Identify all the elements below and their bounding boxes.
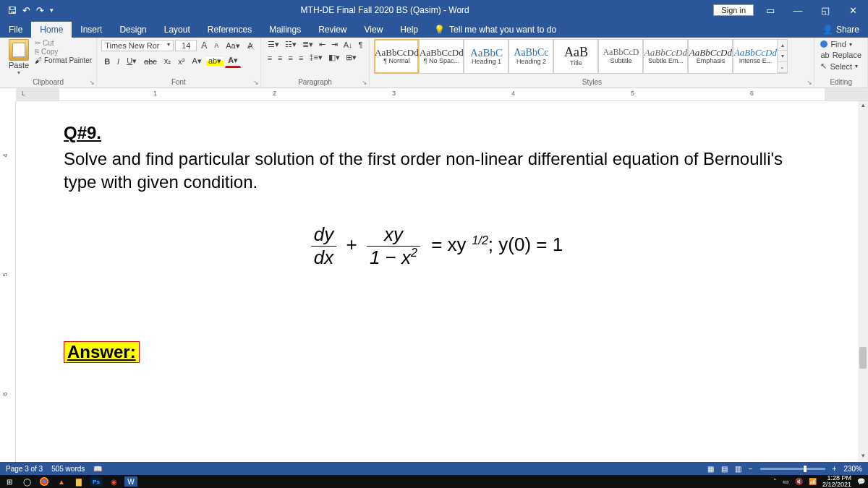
zoom-in-icon[interactable]: + bbox=[833, 465, 837, 473]
taskbar-photoshop[interactable]: Ps bbox=[90, 476, 103, 487]
volume-icon[interactable]: 🔇 bbox=[795, 478, 803, 485]
taskbar-app-2[interactable]: ◉ bbox=[107, 476, 120, 487]
qat-more-icon[interactable]: ▾ bbox=[50, 7, 54, 14]
zoom-level[interactable]: 230% bbox=[843, 465, 862, 473]
cut-button[interactable]: ✂Cut bbox=[35, 39, 92, 47]
sign-in-button[interactable]: Sign in bbox=[713, 4, 754, 16]
select-button[interactable]: ↖Select▾ bbox=[819, 61, 859, 72]
tray-chevron-icon[interactable]: ˄ bbox=[773, 478, 777, 485]
word-count[interactable]: 505 words bbox=[51, 465, 85, 473]
superscript-button[interactable]: x² bbox=[175, 56, 187, 67]
paste-button[interactable]: Paste ▾ bbox=[4, 39, 33, 76]
font-color-button[interactable]: A▾ bbox=[225, 54, 241, 68]
redo-icon[interactable]: ↷ bbox=[36, 5, 44, 16]
taskbar-explorer[interactable]: ▇ bbox=[72, 476, 85, 487]
minimize-icon[interactable]: ― bbox=[787, 5, 809, 16]
multilevel-button[interactable]: ≣▾ bbox=[300, 39, 315, 50]
styles-scroll[interactable]: ▴▾⌄ bbox=[778, 39, 788, 74]
share-button[interactable]: 👤 Share bbox=[814, 22, 868, 38]
tab-layout[interactable]: Layout bbox=[156, 22, 199, 38]
clock[interactable]: 1:28 PM 2/12/2021 bbox=[822, 475, 851, 488]
sort-button[interactable]: A↓ bbox=[341, 40, 355, 50]
scroll-up-icon[interactable]: ▴ bbox=[858, 101, 868, 111]
zoom-slider[interactable] bbox=[760, 468, 825, 470]
web-layout-icon[interactable]: ▥ bbox=[735, 465, 741, 473]
wifi-icon[interactable]: 📶 bbox=[809, 478, 817, 485]
taskbar-app-1[interactable]: ◯ bbox=[20, 476, 33, 487]
clear-format-button[interactable]: A̷ bbox=[244, 40, 256, 52]
print-layout-icon[interactable]: ▤ bbox=[721, 465, 728, 473]
strike-button[interactable]: abc bbox=[141, 56, 160, 67]
highlight-button[interactable]: ab▾ bbox=[206, 56, 224, 67]
font-launcher-icon[interactable]: ↘ bbox=[253, 79, 259, 86]
spellcheck-icon[interactable]: 📖 bbox=[93, 465, 102, 473]
shading-button[interactable]: ◧▾ bbox=[326, 52, 342, 63]
horizontal-ruler[interactable]: L 1 2 3 4 5 6 bbox=[16, 88, 868, 101]
tab-help[interactable]: Help bbox=[391, 22, 427, 38]
tab-mailings[interactable]: Mailings bbox=[260, 22, 310, 38]
italic-button[interactable]: I bbox=[114, 56, 122, 67]
ribbon-options-icon[interactable]: ▭ bbox=[760, 5, 781, 16]
copy-button[interactable]: ⎘Copy bbox=[35, 48, 92, 56]
font-size-combo[interactable]: 14 bbox=[175, 40, 197, 51]
style-subtle-em[interactable]: AaBbCcDdSubtle Em... bbox=[643, 39, 688, 74]
style-subtitle[interactable]: AaBbCcDSubtitle bbox=[598, 39, 643, 74]
battery-icon[interactable]: ▭ bbox=[783, 478, 789, 485]
align-center-button[interactable]: ≡ bbox=[276, 53, 284, 63]
borders-button[interactable]: ⊞▾ bbox=[344, 52, 359, 63]
shrink-font-button[interactable]: A bbox=[211, 40, 221, 51]
taskbar-chrome[interactable] bbox=[38, 476, 51, 487]
style-emphasis[interactable]: AaBbCcDdEmphasis bbox=[688, 39, 733, 74]
text-effects-button[interactable]: A▾ bbox=[190, 55, 205, 67]
document-area[interactable]: Q#9. Solve and find particular solution … bbox=[16, 101, 858, 462]
align-right-button[interactable]: ≡ bbox=[286, 53, 294, 63]
increase-indent-button[interactable]: ⇥ bbox=[329, 39, 340, 50]
tab-home[interactable]: Home bbox=[31, 22, 72, 38]
start-button[interactable]: ⊞ bbox=[3, 476, 16, 487]
styles-launcher-icon[interactable]: ↘ bbox=[807, 79, 812, 86]
style-normal[interactable]: AaBbCcDd¶ Normal bbox=[374, 39, 419, 74]
bullets-button[interactable]: ☰▾ bbox=[265, 39, 281, 50]
format-painter-button[interactable]: 🖌Format Painter bbox=[35, 56, 92, 64]
taskbar-word[interactable]: W bbox=[124, 476, 137, 487]
show-marks-button[interactable]: ¶ bbox=[356, 40, 365, 50]
tab-view[interactable]: View bbox=[356, 22, 392, 38]
taskbar-vlc[interactable]: ▲ bbox=[55, 476, 68, 487]
page[interactable]: Q#9. Solve and find particular solution … bbox=[16, 101, 858, 462]
vertical-ruler[interactable]: 4 5 6 bbox=[0, 101, 16, 462]
style-heading-1[interactable]: AaBbCHeading 1 bbox=[464, 39, 509, 74]
replace-button[interactable]: abReplace bbox=[819, 50, 863, 60]
tab-file[interactable]: File bbox=[0, 22, 31, 38]
underline-button[interactable]: U▾ bbox=[124, 55, 140, 67]
style-title[interactable]: AaBTitle bbox=[553, 39, 598, 74]
vertical-scrollbar[interactable]: ▴ ▾ bbox=[858, 101, 868, 462]
font-name-combo[interactable]: Times New Ror▾ bbox=[101, 40, 174, 51]
maximize-icon[interactable]: ◱ bbox=[814, 5, 836, 16]
notifications-icon[interactable]: 💬 bbox=[857, 478, 865, 485]
tab-review[interactable]: Review bbox=[310, 22, 355, 38]
save-icon[interactable]: 🖫 bbox=[7, 5, 17, 16]
style-no-spacing[interactable]: AaBbCcDd¶ No Spac... bbox=[419, 39, 464, 74]
numbering-button[interactable]: ☷▾ bbox=[283, 39, 299, 50]
scroll-thumb[interactable] bbox=[859, 347, 867, 369]
style-heading-2[interactable]: AaBbCcHeading 2 bbox=[509, 39, 553, 74]
paragraph-launcher-icon[interactable]: ↘ bbox=[362, 79, 367, 86]
close-icon[interactable]: ✕ bbox=[842, 5, 864, 16]
tab-design[interactable]: Design bbox=[111, 22, 155, 38]
bold-button[interactable]: B bbox=[101, 56, 113, 67]
read-mode-icon[interactable]: ▦ bbox=[707, 465, 714, 473]
page-indicator[interactable]: Page 3 of 3 bbox=[6, 465, 43, 473]
decrease-indent-button[interactable]: ⇤ bbox=[317, 39, 328, 50]
justify-button[interactable]: ≡ bbox=[297, 53, 305, 63]
line-spacing-button[interactable]: ‡≡▾ bbox=[307, 52, 325, 63]
change-case-button[interactable]: Aa▾ bbox=[223, 40, 242, 52]
clipboard-launcher-icon[interactable]: ↘ bbox=[89, 79, 95, 86]
undo-icon[interactable]: ↶ bbox=[22, 5, 30, 16]
align-left-button[interactable]: ≡ bbox=[265, 53, 274, 63]
grow-font-button[interactable]: A bbox=[198, 39, 210, 52]
tell-me-search[interactable]: 💡 Tell me what you want to do bbox=[427, 22, 563, 38]
scroll-down-icon[interactable]: ▾ bbox=[858, 452, 868, 462]
style-intense-em[interactable]: AaBbCcDdIntense E... bbox=[733, 39, 778, 74]
subscript-button[interactable]: x₂ bbox=[161, 55, 174, 67]
tab-references[interactable]: References bbox=[199, 22, 260, 38]
